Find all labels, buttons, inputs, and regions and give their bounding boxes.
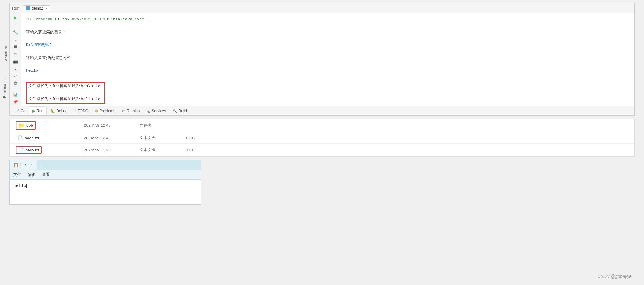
table-row[interactable]: 📁 bbb 2024/7/9 12:40 文件夹 (10, 119, 634, 132)
tab-debug-label: Debug (56, 109, 67, 113)
tab-terminal[interactable]: ▭ Terminal (119, 106, 144, 115)
run-tab-bar: Run: demo2 × (10, 3, 634, 13)
table-row[interactable]: 📄 hello.txt 2024/7/9 11:25 文本文档 1 KB (10, 144, 634, 156)
settings-button[interactable]: 🔧 (12, 29, 19, 35)
console-line-2: 请输入要搜索的目录： (26, 29, 630, 36)
file-date-1: 2024/7/9 12:40 (84, 123, 140, 128)
tab-run[interactable]: ▶ Run (29, 106, 47, 115)
file-date-3: 2024/7/9 11:25 (84, 148, 140, 152)
editor-tab-htxt[interactable]: 📋 h.txt × (10, 160, 37, 170)
tab-build[interactable]: 🔨 Build (170, 106, 190, 115)
tab-todo[interactable]: ≡ TODO (71, 106, 91, 115)
console-line-7: 文件路径为：D:\博客测试2\hello.txt (28, 96, 102, 103)
console-line-4: 请输入要查找的指定内容 (26, 55, 630, 62)
console-line-6: 文件路径为：D:\博客测试2\bbb\h.txt (28, 83, 102, 90)
run-icon: ▶ (32, 109, 35, 113)
left-toolbar: ▶ ↑ 🔧 ↓ ⏹ ↺ 📷 🖨 ≡↑ 🗑 📊 📌 Structure Bookm… (10, 13, 21, 106)
file-type-1: 文件夹 (140, 123, 186, 128)
text-editor-panel: 📋 h.txt × + 文件 编辑 查看 hello (9, 160, 201, 205)
tab-git[interactable]: ⎇ Git (12, 106, 28, 115)
file-type-2: 文本文档 (140, 135, 186, 141)
file-name-cell: 📄 hello.txt (16, 146, 84, 154)
file-type-3: 文本文档 (140, 147, 186, 153)
tab-debug[interactable]: 🐛 Debug (47, 106, 70, 115)
debug-icon: 🐛 (50, 109, 55, 113)
file-name-cell: 📁 bbb (16, 121, 84, 130)
bookmarks-label: Bookmarks (3, 78, 6, 98)
tab-run-label: Run (37, 109, 43, 113)
editor-tab-close[interactable]: × (31, 163, 33, 167)
tab-services-label: Services (152, 109, 166, 113)
tab-services[interactable]: ◎ Services (144, 106, 169, 115)
file-name-2: aaaa.txt (25, 136, 39, 140)
stop-button[interactable]: ⏹ (12, 44, 19, 50)
file-name-1: bbb (26, 123, 33, 128)
run-label: Run: (12, 6, 20, 11)
editor-tab-bar: 📋 h.txt × + (10, 160, 201, 170)
chart-button[interactable]: 📊 (12, 91, 19, 98)
tab-name: demo2 (32, 6, 43, 11)
editor-cursor (26, 184, 27, 188)
editor-text: hello (13, 183, 26, 188)
console-output: "C:\Program Files\Java\jdk1.8.0_192\bin\… (21, 13, 634, 106)
tab-build-label: Build (179, 109, 187, 113)
file-size-2: 0 KB (186, 136, 195, 140)
ide-panel: Run: demo2 × ▶ ↑ 🔧 ↓ ⏹ ↺ 📷 🖨 ≡↑ 🗑 📊 📌 St… (9, 3, 635, 116)
problems-icon: ⊕ (95, 109, 98, 113)
menu-edit[interactable]: 编辑 (28, 172, 36, 177)
git-icon: ⎇ (15, 109, 19, 113)
console-area: ▶ ↑ 🔧 ↓ ⏹ ↺ 📷 🖨 ≡↑ 🗑 📊 📌 Structure Bookm… (10, 13, 634, 106)
watermark: CSDN @gobeyye (597, 274, 632, 279)
structure-label: Structure (4, 46, 8, 62)
file-icon: 📄 (18, 135, 23, 140)
menu-file[interactable]: 文件 (13, 172, 21, 177)
console-line-1: "C:\Program Files\Java\jdk1.8.0_192\bin\… (26, 16, 630, 23)
down-button[interactable]: ↓ (12, 36, 19, 43)
tab-terminal-label: Terminal (127, 109, 140, 113)
console-line-5: hello (26, 68, 630, 74)
table-row[interactable]: 📄 aaaa.txt 2024/7/9 12:40 文本文档 0 KB (10, 132, 634, 144)
editor-tab-name: h.txt (20, 163, 28, 167)
pin-button[interactable]: 📌 (12, 99, 19, 105)
editor-add-tab-button[interactable]: + (37, 160, 45, 170)
file-path-box: 文件路径为：D:\博客测试2\bbb\h.txt 文件路径为：D:\博客测试2\… (26, 82, 105, 104)
file-name-cell: 📄 aaaa.txt (16, 135, 84, 141)
menu-view[interactable]: 查看 (42, 172, 50, 177)
folder-icon: 📁 (18, 122, 24, 128)
terminal-icon: ▭ (122, 109, 125, 113)
editor-menu-bar: 文件 编辑 查看 (10, 170, 201, 180)
file-highlight: 📄 hello.txt (16, 146, 42, 154)
file-name-3: hello.txt (25, 148, 39, 152)
rerun-button[interactable]: ↺ (12, 51, 19, 57)
build-icon: 🔨 (173, 109, 177, 113)
tab-todo-label: TODO (78, 109, 88, 113)
tab-problems-label: Problems (99, 109, 115, 113)
file-date-2: 2024/7/9 12:40 (84, 136, 140, 140)
folder-highlight: 📁 bbb (16, 121, 36, 130)
tab-file-icon (26, 6, 30, 10)
tab-close-button[interactable]: × (45, 6, 47, 10)
clear-button[interactable]: 🗑 (12, 80, 19, 86)
print-button[interactable]: 🖨 (12, 66, 19, 72)
scroll-up-button[interactable]: ≡↑ (12, 73, 19, 79)
tab-problems[interactable]: ⊕ Problems (92, 106, 118, 115)
run-button[interactable]: ▶ (12, 15, 19, 21)
demo2-tab[interactable]: demo2 × (23, 5, 50, 11)
file-icon: 📄 (18, 147, 24, 152)
console-line-3: D:\博客测试2 (26, 42, 630, 49)
todo-icon: ≡ (74, 109, 76, 113)
editor-content[interactable]: hello (10, 180, 201, 204)
bottom-tab-bar: ⎇ Git ▶ Run 🐛 Debug ≡ TODO ⊕ Problems ▭ … (10, 106, 634, 115)
file-size-3: 1 KB (186, 148, 195, 152)
file-explorer: 📁 bbb 2024/7/9 12:40 文件夹 📄 aaaa.txt 2024… (9, 119, 635, 157)
editor-file-icon: 📋 (13, 162, 19, 167)
snapshot-button[interactable]: 📷 (12, 58, 19, 64)
tab-git-label: Git (21, 109, 25, 113)
up-button[interactable]: ↑ (12, 22, 19, 28)
services-icon: ◎ (147, 109, 150, 113)
